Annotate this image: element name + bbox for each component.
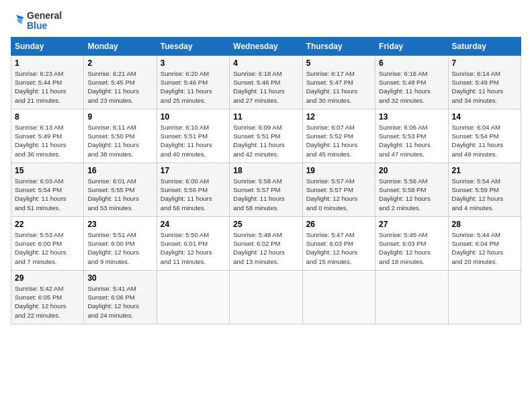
day-cell-30: 30Sunrise: 5:41 AM Sunset: 6:06 PM Dayli… (84, 270, 157, 324)
day-info: Sunrise: 6:01 AM Sunset: 5:55 PM Dayligh… (87, 177, 152, 212)
day-info: Sunrise: 6:10 AM Sunset: 5:51 PM Dayligh… (161, 123, 226, 158)
day-cell-25: 25Sunrise: 5:48 AM Sunset: 6:02 PM Dayli… (230, 216, 302, 270)
day-info: Sunrise: 6:04 AM Sunset: 5:54 PM Dayligh… (452, 123, 517, 158)
col-header-thursday: Thursday (302, 37, 375, 55)
day-cell-24: 24Sunrise: 5:50 AM Sunset: 6:01 PM Dayli… (157, 216, 229, 270)
day-number: 10 (161, 112, 226, 122)
day-number: 27 (379, 220, 444, 229)
day-info: Sunrise: 6:16 AM Sunset: 5:48 PM Dayligh… (379, 69, 444, 105)
day-cell-14: 14Sunrise: 6:04 AM Sunset: 5:54 PM Dayli… (448, 109, 521, 163)
day-info: Sunrise: 5:51 AM Sunset: 6:00 PM Dayligh… (87, 230, 152, 266)
day-cell-17: 17Sunrise: 6:00 AM Sunset: 5:56 PM Dayli… (157, 163, 229, 216)
day-info: Sunrise: 5:54 AM Sunset: 5:59 PM Dayligh… (452, 177, 517, 212)
day-number: 23 (87, 220, 152, 229)
day-number: 21 (452, 166, 517, 175)
day-cell-23: 23Sunrise: 5:51 AM Sunset: 6:00 PM Dayli… (84, 216, 157, 270)
day-cell-28: 28Sunrise: 5:44 AM Sunset: 6:04 PM Dayli… (448, 216, 521, 270)
week-row-2: 8Sunrise: 6:13 AM Sunset: 5:49 PM Daylig… (11, 109, 521, 163)
page-header: GeneralBlue (11, 11, 521, 32)
logo-blue: Blue (27, 20, 47, 31)
day-cell-5: 5Sunrise: 6:17 AM Sunset: 5:47 PM Daylig… (302, 55, 375, 109)
empty-cell (230, 270, 302, 324)
day-number: 3 (161, 58, 226, 68)
day-cell-29: 29Sunrise: 5:42 AM Sunset: 6:05 PM Dayli… (11, 270, 84, 324)
day-number: 13 (379, 112, 444, 122)
day-number: 28 (452, 220, 517, 229)
logo: GeneralBlue (11, 11, 62, 32)
empty-cell (302, 270, 375, 324)
day-number: 4 (233, 58, 298, 68)
day-info: Sunrise: 6:23 AM Sunset: 5:44 PM Dayligh… (15, 69, 80, 105)
week-row-4: 22Sunrise: 5:53 AM Sunset: 6:00 PM Dayli… (11, 216, 521, 270)
day-number: 7 (452, 58, 517, 68)
day-info: Sunrise: 6:17 AM Sunset: 5:47 PM Dayligh… (306, 69, 371, 105)
empty-cell (157, 270, 229, 324)
day-number: 16 (87, 166, 152, 175)
day-number: 12 (306, 112, 371, 122)
day-cell-21: 21Sunrise: 5:54 AM Sunset: 5:59 PM Dayli… (448, 163, 521, 216)
day-info: Sunrise: 5:57 AM Sunset: 5:57 PM Dayligh… (306, 177, 371, 212)
day-info: Sunrise: 6:14 AM Sunset: 5:49 PM Dayligh… (452, 69, 517, 105)
day-cell-13: 13Sunrise: 6:06 AM Sunset: 5:53 PM Dayli… (375, 109, 448, 163)
day-number: 14 (452, 112, 517, 122)
col-header-tuesday: Tuesday (157, 37, 229, 55)
day-cell-7: 7Sunrise: 6:14 AM Sunset: 5:49 PM Daylig… (448, 55, 521, 109)
empty-cell (448, 270, 521, 324)
empty-cell (375, 270, 448, 324)
day-info: Sunrise: 6:20 AM Sunset: 5:46 PM Dayligh… (161, 69, 226, 105)
day-number: 20 (379, 166, 444, 175)
header-row: SundayMondayTuesdayWednesdayThursdayFrid… (11, 37, 521, 55)
day-info: Sunrise: 6:00 AM Sunset: 5:56 PM Dayligh… (161, 177, 226, 212)
day-info: Sunrise: 6:18 AM Sunset: 5:46 PM Dayligh… (233, 69, 298, 105)
day-number: 9 (87, 112, 152, 122)
day-number: 6 (379, 58, 444, 68)
day-cell-12: 12Sunrise: 6:07 AM Sunset: 5:52 PM Dayli… (302, 109, 375, 163)
day-cell-19: 19Sunrise: 5:57 AM Sunset: 5:57 PM Dayli… (302, 163, 375, 216)
day-info: Sunrise: 5:47 AM Sunset: 6:03 PM Dayligh… (306, 230, 371, 266)
col-header-friday: Friday (375, 37, 448, 55)
day-number: 11 (233, 112, 298, 122)
logo: GeneralBlue (11, 11, 62, 32)
day-cell-6: 6Sunrise: 6:16 AM Sunset: 5:48 PM Daylig… (375, 55, 448, 109)
day-number: 29 (15, 273, 80, 283)
day-cell-15: 15Sunrise: 6:03 AM Sunset: 5:54 PM Dayli… (11, 163, 84, 216)
day-cell-26: 26Sunrise: 5:47 AM Sunset: 6:03 PM Dayli… (302, 216, 375, 270)
day-cell-9: 9Sunrise: 6:11 AM Sunset: 5:50 PM Daylig… (84, 109, 157, 163)
day-info: Sunrise: 6:07 AM Sunset: 5:52 PM Dayligh… (306, 123, 371, 158)
day-info: Sunrise: 6:21 AM Sunset: 5:45 PM Dayligh… (87, 69, 152, 105)
day-number: 25 (233, 220, 298, 229)
day-number: 24 (161, 220, 226, 229)
day-number: 19 (306, 166, 371, 175)
day-info: Sunrise: 5:50 AM Sunset: 6:01 PM Dayligh… (161, 230, 226, 266)
day-number: 8 (15, 112, 80, 122)
day-cell-27: 27Sunrise: 5:45 AM Sunset: 6:03 PM Dayli… (375, 216, 448, 270)
day-info: Sunrise: 5:45 AM Sunset: 6:03 PM Dayligh… (379, 230, 444, 266)
day-number: 22 (15, 220, 80, 229)
col-header-saturday: Saturday (448, 37, 521, 55)
day-info: Sunrise: 6:13 AM Sunset: 5:49 PM Dayligh… (15, 123, 80, 158)
week-row-3: 15Sunrise: 6:03 AM Sunset: 5:54 PM Dayli… (11, 163, 521, 216)
day-info: Sunrise: 5:42 AM Sunset: 6:05 PM Dayligh… (15, 284, 80, 320)
day-cell-10: 10Sunrise: 6:10 AM Sunset: 5:51 PM Dayli… (157, 109, 229, 163)
day-cell-20: 20Sunrise: 5:56 AM Sunset: 5:58 PM Dayli… (375, 163, 448, 216)
day-cell-11: 11Sunrise: 6:09 AM Sunset: 5:51 PM Dayli… (230, 109, 302, 163)
day-cell-2: 2Sunrise: 6:21 AM Sunset: 5:45 PM Daylig… (84, 55, 157, 109)
day-cell-18: 18Sunrise: 5:58 AM Sunset: 5:57 PM Dayli… (230, 163, 302, 216)
day-number: 15 (15, 166, 80, 175)
col-header-wednesday: Wednesday (230, 37, 302, 55)
week-row-1: 1Sunrise: 6:23 AM Sunset: 5:44 PM Daylig… (11, 55, 521, 109)
day-info: Sunrise: 6:06 AM Sunset: 5:53 PM Dayligh… (379, 123, 444, 158)
day-number: 2 (87, 58, 152, 68)
day-info: Sunrise: 5:44 AM Sunset: 6:04 PM Dayligh… (452, 230, 517, 266)
calendar-table: SundayMondayTuesdayWednesdayThursdayFrid… (11, 37, 521, 324)
day-number: 17 (161, 166, 226, 175)
day-cell-22: 22Sunrise: 5:53 AM Sunset: 6:00 PM Dayli… (11, 216, 84, 270)
day-info: Sunrise: 5:56 AM Sunset: 5:58 PM Dayligh… (379, 177, 444, 212)
day-number: 30 (87, 273, 152, 283)
day-cell-3: 3Sunrise: 6:20 AM Sunset: 5:46 PM Daylig… (157, 55, 229, 109)
day-info: Sunrise: 5:41 AM Sunset: 6:06 PM Dayligh… (87, 284, 152, 320)
day-number: 1 (15, 58, 80, 68)
day-cell-8: 8Sunrise: 6:13 AM Sunset: 5:49 PM Daylig… (11, 109, 84, 163)
day-info: Sunrise: 5:53 AM Sunset: 6:00 PM Dayligh… (15, 230, 80, 266)
day-info: Sunrise: 6:09 AM Sunset: 5:51 PM Dayligh… (233, 123, 298, 158)
